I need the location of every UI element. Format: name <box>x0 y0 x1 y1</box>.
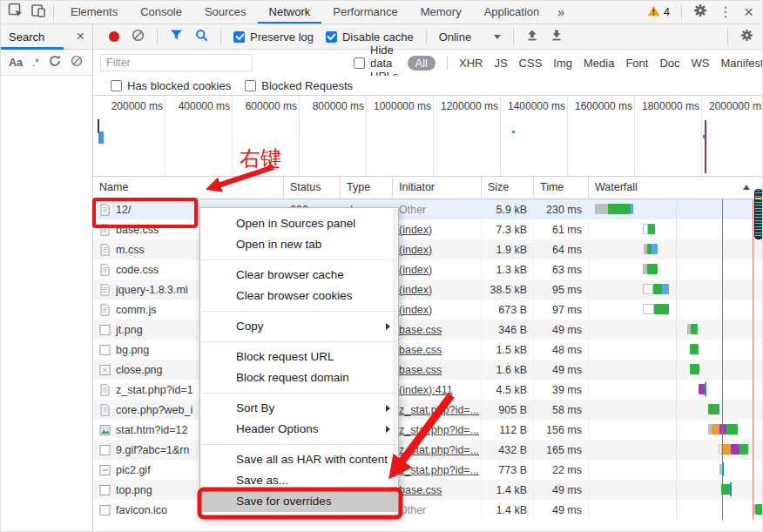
record-button[interactable] <box>109 31 119 42</box>
more-tabs-button[interactable]: » <box>550 2 571 24</box>
device-toolbar-icon[interactable] <box>30 3 46 22</box>
tab-network[interactable]: Network <box>258 1 322 24</box>
close-devtools-icon[interactable]: × <box>744 5 753 19</box>
blocked-requests-label: Blocked Requests <box>261 79 353 92</box>
filter-type-doc[interactable]: Doc <box>659 57 679 70</box>
initiator-link[interactable]: (index) <box>399 224 432 236</box>
menu-item-copy[interactable]: Copy <box>200 316 398 337</box>
menu-item-save-for-overrides[interactable]: Save for overrides <box>200 491 398 512</box>
disable-cache-checkbox[interactable] <box>326 31 337 43</box>
warnings-badge[interactable]: 4 <box>647 5 670 19</box>
filter-type-media[interactable]: Media <box>584 57 614 70</box>
filter-funnel-icon[interactable] <box>170 29 183 44</box>
doc-file-icon <box>99 224 111 236</box>
request-row[interactable]: close.pngbase.css1.6 kB49 ms <box>93 360 763 380</box>
request-row[interactable]: bg.pngbase.css1.5 kB48 ms <box>93 340 763 360</box>
request-row[interactable]: 12/200documOther5.9 kB230 ms <box>93 199 763 219</box>
blocked-requests-checkbox[interactable] <box>245 80 256 91</box>
tab-performance[interactable]: Performance <box>321 1 409 24</box>
request-row[interactable]: m.css(index)1.9 kB64 ms <box>93 239 763 259</box>
request-row[interactable]: base.css(index)7.3 kB61 ms <box>93 219 763 239</box>
tab-console[interactable]: Console <box>129 1 193 24</box>
throttling-select[interactable]: Online <box>439 30 502 44</box>
initiator-link[interactable]: (index):411 <box>399 384 453 396</box>
initiator-link[interactable]: (index) <box>399 304 432 316</box>
clear-search-icon[interactable] <box>71 55 83 71</box>
request-row[interactable]: pic2.gifz_stat.php?id=...773 B22 ms <box>93 460 763 480</box>
column-header-time[interactable]: Time <box>534 177 589 199</box>
initiator-link[interactable]: (index) <box>399 244 432 256</box>
initiator-link[interactable]: z_stat.php?id=... <box>399 404 479 416</box>
clear-network-log-icon[interactable] <box>132 29 145 45</box>
initiator-link[interactable]: base.css <box>399 484 442 496</box>
preserve-log-checkbox[interactable] <box>233 31 245 43</box>
request-row[interactable]: code.css(index)1.3 kB63 ms <box>93 259 763 279</box>
menu-item-clear-browser-cache[interactable]: Clear browser cache <box>200 265 398 286</box>
initiator-link[interactable]: z_stat.php?id=... <box>399 424 479 436</box>
kebab-menu-icon[interactable]: ⋮ <box>719 5 733 19</box>
request-row[interactable]: z_stat.php?id=1(index):4114.5 kB39 ms <box>93 380 763 400</box>
tab-application[interactable]: Application <box>473 1 551 24</box>
column-header-status[interactable]: Status <box>284 177 341 199</box>
filter-type-ws[interactable]: WS <box>692 57 710 70</box>
initiator-link[interactable]: z_stat.php?id=... <box>399 444 479 456</box>
request-row[interactable]: 9.gif?abc=1&rnz_stat.php?id=...432 B165 … <box>93 440 763 460</box>
hide-data-urls-checkbox[interactable] <box>354 57 365 69</box>
initiator-link[interactable]: z_stat.php?id=... <box>399 464 479 476</box>
menu-item-save-as[interactable]: Save as... <box>200 470 398 491</box>
request-row[interactable]: comm.js(index)673 B97 ms <box>93 300 763 320</box>
initiator-link[interactable]: (index) <box>399 284 432 296</box>
waterfall-bar-green <box>654 304 669 314</box>
menu-item-header-options[interactable]: Header Options <box>200 419 398 440</box>
menu-item-clear-browser-cookies[interactable]: Clear browser cookies <box>200 286 398 306</box>
request-row[interactable]: stat.htm?id=12z_stat.php?id=...112 B156 … <box>93 420 763 440</box>
search-drawer-title[interactable]: Search <box>9 30 44 44</box>
divider <box>53 4 54 20</box>
initiator-link[interactable]: (index) <box>399 264 432 276</box>
menu-item-sort-by[interactable]: Sort By <box>200 398 398 419</box>
filter-type-css[interactable]: CSS <box>519 57 543 70</box>
initiator-text: Other <box>399 204 426 216</box>
refresh-icon[interactable] <box>49 55 61 71</box>
export-har-icon[interactable] <box>550 29 563 45</box>
filter-input[interactable] <box>100 54 253 71</box>
filter-type-all[interactable]: All <box>408 56 436 71</box>
search-icon[interactable] <box>195 29 208 45</box>
column-header-size[interactable]: Size <box>482 177 534 199</box>
tab-sources[interactable]: Sources <box>193 1 258 24</box>
request-row[interactable]: favicon.icoOther1.4 kB49 ms <box>93 500 763 520</box>
settings-gear-icon[interactable] <box>693 3 707 21</box>
initiator-link[interactable]: base.css <box>399 364 442 376</box>
waterfall-scrollbar-thumb[interactable] <box>754 189 763 239</box>
tab-memory[interactable]: Memory <box>409 1 473 24</box>
network-settings-gear-icon[interactable] <box>740 29 753 45</box>
tab-elements[interactable]: Elements <box>59 1 129 24</box>
regex-button[interactable]: .* <box>32 57 39 69</box>
has-blocked-cookies-checkbox[interactable] <box>111 80 122 91</box>
menu-item-open-in-sources-panel[interactable]: Open in Sources panel <box>200 213 398 234</box>
network-overview-timeline[interactable]: 200000 ms400000 ms600000 ms800000 ms1000… <box>93 96 763 177</box>
column-header-name[interactable]: Name <box>93 177 284 199</box>
menu-item-open-in-new-tab[interactable]: Open in new tab <box>200 234 398 255</box>
menu-item-save-all-as-har-with-content[interactable]: Save all as HAR with content <box>200 449 398 470</box>
request-row[interactable]: top.pngbase.css1.4 kB49 ms <box>93 480 763 500</box>
import-har-icon[interactable] <box>526 29 538 45</box>
column-header-waterfall[interactable]: Waterfall <box>589 177 763 199</box>
menu-item-block-request-url[interactable]: Block request URL <box>200 347 398 367</box>
inspect-element-icon[interactable] <box>8 3 24 22</box>
initiator-link[interactable]: base.css <box>399 324 442 336</box>
column-header-type[interactable]: Type <box>341 177 393 199</box>
filter-type-img[interactable]: Img <box>553 57 572 70</box>
menu-item-block-request-domain[interactable]: Block request domain <box>200 367 398 388</box>
match-case-button[interactable]: Aa <box>9 57 23 69</box>
request-row[interactable]: jt.pngbase.css346 B49 ms <box>93 320 763 340</box>
column-header-initiator[interactable]: Initiator <box>393 177 482 199</box>
close-search-drawer-icon[interactable]: × <box>77 30 84 44</box>
filter-type-font[interactable]: Font <box>625 57 648 70</box>
initiator-link[interactable]: base.css <box>399 344 442 356</box>
filter-type-js[interactable]: JS <box>494 57 507 70</box>
request-row[interactable]: core.php?web_iz_stat.php?id=...905 B58 m… <box>93 400 763 420</box>
filter-type-xhr[interactable]: XHR <box>459 57 483 70</box>
request-row[interactable]: jquery-1.8.3.mi(index)38.5 kB95 ms <box>93 279 763 300</box>
filter-type-manifest[interactable]: Manifest <box>721 57 763 70</box>
